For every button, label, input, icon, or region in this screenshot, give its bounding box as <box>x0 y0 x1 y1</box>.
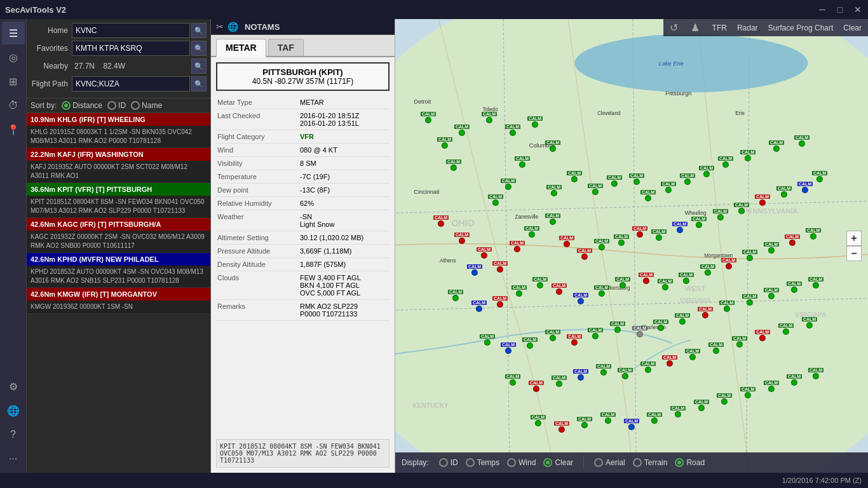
svg-text:WEST: WEST <box>685 285 706 292</box>
map-clear-button[interactable]: Clear <box>843 24 862 32</box>
flightpath-label: Flight Path <box>31 79 72 88</box>
last-checked-label: Last Checked <box>217 112 300 127</box>
map-icon-button[interactable]: ◎ <box>2 46 25 69</box>
sort-distance-circle <box>62 101 71 110</box>
svg-text:Columbus: Columbus <box>529 142 556 149</box>
visibility-value: 8 SM <box>300 159 388 167</box>
radar-button[interactable]: Radar <box>737 24 758 32</box>
display-label: Display: <box>402 458 429 467</box>
surface-prog-button[interactable]: Surface Prog Chart <box>768 24 834 32</box>
pressure-alt-value: 3,669F (1,118M) <box>300 247 388 255</box>
svg-text:VIRGINIA: VIRGINIA <box>795 311 827 318</box>
display-road-radio[interactable]: Road <box>675 458 705 467</box>
humidity-label: Relative Humidity <box>217 200 300 207</box>
list-item[interactable]: 22.2Nm KAFJ (IFR) WASHINGTON KAFJ 201935… <box>27 148 210 183</box>
close-button[interactable]: ✕ <box>853 4 863 15</box>
dewpoint-value: -13C (8F) <box>300 186 388 194</box>
raw-metar: KPIT 201851Z 08004KT 8SM -SN FEW034 BKN0… <box>216 439 390 468</box>
taf-tab[interactable]: TAF <box>268 39 304 56</box>
sort-id-radio[interactable]: ID <box>107 101 126 110</box>
flight-category-value: VFR <box>300 133 388 140</box>
station-header: 10.9Nm KHLG (IFR) [T] WHEELING <box>27 113 210 126</box>
remarks-value: RMK AO2 SLP229 P0000 T10721133 <box>300 302 388 318</box>
home-input[interactable] <box>72 23 190 38</box>
temperature-label: Temperature <box>217 173 300 180</box>
sort-id-label: ID <box>118 101 126 110</box>
display-id-radio[interactable]: ID <box>439 458 458 467</box>
sort-name-circle <box>131 101 140 110</box>
visibility-label: Visibility <box>217 159 300 167</box>
display-terrain-radio[interactable]: Terrain <box>633 458 668 467</box>
display-clear-label: Clear <box>555 458 573 467</box>
status-datetime: 1/20/2016 7:42:00 PM (Z) <box>782 477 862 484</box>
sort-name-radio[interactable]: Name <box>131 101 162 110</box>
density-alt-label: Density Altitude <box>217 261 300 268</box>
profile-icon[interactable]: ♟ <box>691 22 700 34</box>
globe-notams-icon: 🌐 <box>227 22 238 32</box>
menu-icon-button[interactable]: ☰ <box>2 22 25 44</box>
zoom-out-button[interactable]: − <box>846 246 862 261</box>
station-body: KAFJ 201935Z AUTO 00000KT 2SM SCT022 M08… <box>27 161 210 182</box>
display-temps-label: Temps <box>477 458 499 467</box>
minimize-button[interactable]: ─ <box>817 4 827 15</box>
list-item[interactable]: 42.6Nm KAGC (IFR) [T] PITTSBURGH/A KAGC … <box>27 218 210 253</box>
display-road-label: Road <box>686 458 705 467</box>
flightpath-search-button[interactable]: 🔍 <box>191 76 207 92</box>
list-item[interactable]: 36.6Nm KPIT (VFR) [T] PITTSBURGH KPIT 20… <box>27 183 210 218</box>
display-temps-radio[interactable]: Temps <box>466 458 499 467</box>
station-body: KPHD 201853Z AUTO 00000KT 4SM -SN OVC043… <box>27 266 210 287</box>
home-search-button[interactable]: 🔍 <box>191 23 207 38</box>
svg-text:KENTUCKY: KENTUCKY <box>412 402 449 409</box>
last-checked-value: 2016-01-20 18:51Z 2016-01-20 13:51L <box>300 112 388 127</box>
sort-distance-radio[interactable]: Distance <box>62 101 102 110</box>
zoom-in-button[interactable]: + <box>846 231 862 246</box>
svg-text:Cincinnati: Cincinnati <box>414 189 439 195</box>
more-icon-button[interactable]: ··· <box>2 447 25 470</box>
station-header: 42.6Nm KMGW (IFR) [T] MORGANTOV <box>27 288 210 301</box>
svg-text:Zanesville: Zanesville <box>515 214 538 220</box>
sort-name-label: Name <box>142 101 162 110</box>
time-icon-button[interactable]: ⏱ <box>2 94 25 117</box>
display-clear-radio[interactable]: Clear <box>543 458 573 467</box>
list-item[interactable]: 42.6Nm KPHD (MVFR) NEW PHILADEL KPHD 201… <box>27 253 210 288</box>
maximize-button[interactable]: □ <box>835 4 845 15</box>
weather-value: -SN Light Snow <box>300 213 388 228</box>
station-coords: 40.5N -80.27W 357M (1171F) <box>221 77 384 86</box>
display-id-label: ID <box>451 458 458 467</box>
display-aerial-radio[interactable]: Aerial <box>594 458 625 467</box>
grid-icon-button[interactable]: ⊞ <box>2 70 25 93</box>
favorites-search-button[interactable]: 🔍 <box>191 41 207 56</box>
tfr-button[interactable]: TFR <box>712 24 727 32</box>
help-icon-button[interactable]: ? <box>2 423 25 446</box>
svg-text:Parkersburg: Parkersburg <box>602 285 630 291</box>
altimeter-value: 30.12 (1,020.02 MB) <box>300 234 388 241</box>
display-terrain-circle <box>633 458 642 467</box>
pressure-alt-label: Pressure Altitude <box>217 247 300 255</box>
nearby-label: Nearby <box>31 62 72 71</box>
settings-icon-button[interactable]: ⚙ <box>2 375 25 398</box>
svg-text:PENNSYLVANIA: PENNSYLVANIA <box>743 207 797 215</box>
station-header: 22.2Nm KAFJ (IFR) WASHINGTON <box>27 148 210 161</box>
list-item[interactable]: 10.9Nm KHLG (IFR) [T] WHEELING KHLG 2019… <box>27 113 210 148</box>
globe-icon-button[interactable]: 🌐 <box>2 399 25 422</box>
notams-title: NOTAMS <box>245 22 280 32</box>
home-label: Home <box>31 26 72 35</box>
clouds-label: Clouds <box>217 274 300 297</box>
sort-id-circle <box>107 101 116 110</box>
favorites-input[interactable] <box>72 41 190 56</box>
map-toolbar: ↺ ♟ TFR Radar Surface Prog Chart Clear <box>663 19 868 36</box>
location-icon-button[interactable]: 📍 <box>2 118 25 141</box>
display-temps-circle <box>466 458 475 467</box>
display-wind-circle <box>507 458 516 467</box>
display-terrain-label: Terrain <box>644 458 668 467</box>
nearby-search-button[interactable]: 🔍 <box>191 58 207 74</box>
display-wind-radio[interactable]: Wind <box>507 458 536 467</box>
refresh-icon[interactable]: ↺ <box>670 22 678 34</box>
temperature-value: -7C (19F) <box>300 173 388 180</box>
display-separator <box>583 456 584 469</box>
display-clear-circle <box>543 458 552 467</box>
list-item[interactable]: 42.6Nm KMGW (IFR) [T] MORGANTOV KMGW 201… <box>27 288 210 314</box>
flightpath-input[interactable] <box>72 76 190 92</box>
metar-tab[interactable]: METAR <box>216 39 266 57</box>
metar-type-value: METAR <box>300 98 388 106</box>
